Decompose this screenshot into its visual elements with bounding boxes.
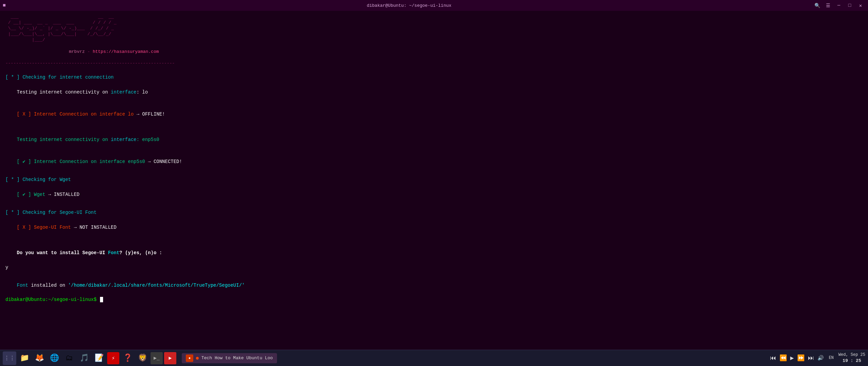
testing-enp5s0-line: Testing internet connectivity on interfa… [5,129,863,151]
prompt-text: dibakar@Ubuntu:~/segoe-ui-linux$ [5,297,99,302]
clock-date: Wed, Sep 25 [839,352,865,358]
testing-lo-line: Testing internet connectivity on interfa… [5,81,863,103]
rhythmbox-icon: 🎵 [80,353,89,363]
notification-dot [196,357,199,360]
system-clock: Wed, Sep 25 19 : 25 [839,352,865,364]
blank-line-5 [5,239,863,242]
font-not-installed-line: [ X ] Segoe-UI Font → NOT INSTALLED [5,217,863,239]
help-button[interactable]: ❓ [121,351,134,365]
next-track-button[interactable]: ⏭ [808,354,814,362]
browser-button[interactable]: 🌐 [47,351,61,365]
blank-line [5,70,863,74]
nautilus-button[interactable]: 🗂 [62,351,76,365]
install-prompt-line: Do you want to install Segoe-UI Font? (y… [5,242,863,264]
gedit-icon: 📝 [95,353,104,363]
blank-line-6 [5,271,863,275]
active-app-icon: ● [186,354,193,362]
terminator-icon: ▶ [169,355,172,361]
stacer-icon: ⚡ [112,355,115,362]
font-installed-line: Font installed on '/home/dibakar/.local/… [5,275,863,297]
wget-installed-line: [ ✔ ] Wget → INSTALLED [5,184,863,206]
volume-icon[interactable]: 🔊 [817,355,824,361]
minimize-button[interactable]: ─ [834,1,844,10]
terminator-button[interactable]: ▶ [164,352,176,364]
author-line: mrbvrz - https://hasansuryaman.com [5,44,863,59]
taskbar-left: ⋮⋮ 📁 🦊 🌐 🗂 🎵 📝 ⚡ ❓ 🦁 ▶_ [3,351,176,365]
firefox-button[interactable]: 🦊 [33,351,46,365]
check-font-line: [ * ] Checking for Segoe-UI Font [5,209,863,217]
close-icon: ✕ [859,3,862,8]
titlebar-controls: 🔍 ☰ ─ □ ✕ [812,1,865,10]
taskbar-center: ● Tech How to Make Ubuntu Loo [176,353,770,363]
maximize-button[interactable]: □ [845,1,854,10]
terminal-alt-button[interactable]: ▶_ [151,352,163,364]
menu-button[interactable]: ☰ [823,1,833,10]
ascii-art-banner: ___ __ __ / __| ___ __ _ ___ ___ / / / /… [5,14,863,43]
lo-offline-line: [ X ] Internet Connection on interface l… [5,103,863,125]
browser-icon: 🌐 [50,353,59,363]
terminal-alt-icon: ▶_ [154,355,160,361]
blank-line-3 [5,173,863,176]
rhythmbox-button[interactable]: 🎵 [77,351,91,365]
taskbar-right: ⏮ ⏪ ▶ ⏩ ⏭ 🔊 EN Wed, Sep 25 19 : 25 [770,352,865,364]
forward-button[interactable]: ⏩ [797,354,805,362]
titlebar: ■ dibakar@Ubuntu: ~/segoe-ui-linux 🔍 ☰ ─… [0,0,868,11]
author-url: https://hasansuryaman.com [93,49,159,54]
terminal-area[interactable]: ___ __ __ / __| ___ __ _ ___ ___ / / / /… [0,11,868,350]
rewind-button[interactable]: ⏪ [780,354,787,362]
terminal-prompt[interactable]: dibakar@Ubuntu:~/segoe-ui-linux$ [5,297,863,302]
files-icon: 📁 [20,353,29,363]
help-icon: ❓ [123,353,132,363]
titlebar-title: dibakar@Ubuntu: ~/segoe-ui-linux [367,3,452,8]
active-app-button[interactable]: ● Tech How to Make Ubuntu Loo [182,353,277,363]
search-button[interactable]: 🔍 [812,1,822,10]
clock-time: 19 : 25 [839,358,865,364]
search-icon: 🔍 [814,3,820,8]
nautilus-icon: 🗂 [65,353,73,363]
close-button[interactable]: ✕ [856,1,865,10]
gedit-button[interactable]: 📝 [92,351,106,365]
keyboard-layout: EN [827,355,835,360]
titlebar-app-icon: ■ [3,3,6,8]
active-app-label: Tech How to Make Ubuntu Loo [201,355,273,361]
menu-icon: ☰ [826,3,830,8]
maximize-icon: □ [848,3,851,8]
prev-track-button[interactable]: ⏮ [770,354,776,362]
check-wget-line: [ * ] Checking for Wget [5,176,863,184]
blank-line-2 [5,125,863,129]
files-button[interactable]: 📁 [18,351,31,365]
stacer-button[interactable]: ⚡ [107,352,119,364]
show-applications-button[interactable]: ⋮⋮ [3,351,16,365]
brave-button[interactable]: 🦁 [136,351,149,365]
titlebar-left: ■ [3,3,6,8]
check-internet-line: [ * ] Checking for internet connection [5,74,863,81]
firefox-icon: 🦊 [35,353,44,363]
author-name: mrbvrz [69,49,85,54]
enp5s0-connected-line: [ ✔ ] Internet Connection on interface e… [5,151,863,173]
brave-icon: 🦁 [138,353,147,363]
blank-line-4 [5,206,863,209]
apps-icon: ⋮⋮ [4,355,15,362]
cursor [100,297,103,302]
separator-line: ----------------------------------------… [5,61,863,66]
taskbar: ⋮⋮ 📁 🦊 🌐 🗂 🎵 📝 ⚡ ❓ 🦁 ▶_ [0,350,868,366]
user-input-y: y [5,264,863,271]
minimize-icon: ─ [837,3,840,8]
play-button[interactable]: ▶ [790,354,794,362]
